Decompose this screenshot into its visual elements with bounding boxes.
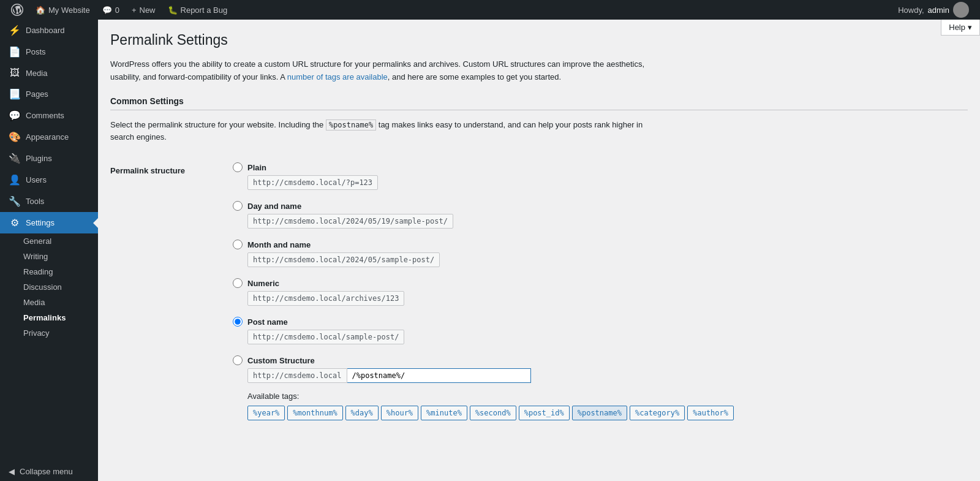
common-settings-desc: Select the permalink structure for your … [110,119,662,145]
numeric-radio[interactable] [233,278,243,288]
pages-icon: 📃 [9,88,21,100]
numeric-option: Numeric http://cmsdemo.local/archives/12… [233,278,968,306]
comments-button[interactable]: 💬 0 [96,0,126,20]
available-tags-label: Available tags: [247,392,968,401]
collapse-menu-button[interactable]: ◀ Collapse menu [0,462,98,481]
user-info[interactable]: Howdy, admin [898,2,969,18]
tag-author[interactable]: %author% [687,406,734,420]
available-tags-section: Available tags: %year% %monthnum% %day% … [247,392,968,420]
settings-submenu: General Writing Reading Discussion Media… [0,233,98,341]
help-label: Help [949,23,965,32]
bug-icon: 🐛 [168,6,178,15]
sidebar-item-tools[interactable]: 🔧 Tools [0,191,98,212]
tag-category[interactable]: %category% [630,406,685,420]
month-name-option: Month and name http://cmsdemo.local/2024… [233,240,968,267]
month-name-label[interactable]: Month and name [233,240,968,249]
custom-label[interactable]: Custom Structure [233,355,968,365]
main-content: Help ▾ Permalink Settings WordPress offe… [98,20,980,481]
submenu-item-general[interactable]: General [0,233,98,249]
new-label: New [140,6,156,15]
common-settings-title: Common Settings [110,96,968,110]
report-bug-button[interactable]: 🐛 Report a Bug [162,0,234,20]
users-icon: 👤 [9,174,21,186]
plain-option: Plain http://cmsdemo.local/?p=123 [233,162,968,190]
media-icon: 🖼 [9,67,21,78]
tag-postname[interactable]: %postname% [572,406,627,420]
tag-minute[interactable]: %minute% [421,406,467,420]
collapse-icon: ◀ [9,467,15,476]
day-name-text: Day and name [247,202,301,211]
sidebar-item-plugins[interactable]: 🔌 Plugins [0,148,98,169]
month-name-text: Month and name [247,240,311,249]
sidebar-item-pages[interactable]: 📃 Pages [0,83,98,105]
month-name-radio[interactable] [233,240,243,249]
custom-structure-input[interactable] [347,368,531,383]
sidebar-item-label: Posts [26,47,46,56]
admin-bar: 🏠 My Website 💬 0 + New 🐛 Report a Bug Ho… [0,0,980,20]
comment-count: 0 [115,6,119,15]
post-name-label[interactable]: Post name [233,317,968,327]
sidebar-item-label: Appearance [26,132,69,142]
sidebar-item-label: Pages [26,89,48,99]
submenu-item-media[interactable]: Media [0,295,98,310]
settings-icon: ⚙ [9,217,21,229]
desc-text-1: Select the permalink structure for your … [110,120,326,129]
custom-option: Custom Structure http://cmsdemo.local Av… [233,355,968,420]
submenu-item-writing[interactable]: Writing [0,249,98,264]
plus-icon: + [132,6,137,15]
sidebar-item-posts[interactable]: 📄 Posts [0,41,98,62]
tag-year[interactable]: %year% [247,406,285,420]
sidebar-item-media[interactable]: 🖼 Media [0,62,98,83]
sidebar-item-comments[interactable]: 💬 Comments [0,105,98,126]
submenu-item-permalinks[interactable]: Permalinks [0,310,98,325]
sidebar-item-label: Media [26,69,47,78]
posts-icon: 📄 [9,46,21,58]
wp-logo-button[interactable] [5,0,29,20]
custom-text: Custom Structure [247,356,315,365]
day-name-label[interactable]: Day and name [233,201,968,211]
submenu-item-reading[interactable]: Reading [0,264,98,279]
my-website-label: My Website [48,6,90,15]
month-name-url: http://cmsdemo.local/2024/05/sample-post… [247,252,440,267]
day-name-option: Day and name http://cmsdemo.local/2024/0… [233,201,968,229]
submenu-item-privacy[interactable]: Privacy [0,325,98,341]
tag-second[interactable]: %second% [470,406,516,420]
tag-hour[interactable]: %hour% [381,406,418,420]
post-name-option: Post name http://cmsdemo.local/sample-po… [233,317,968,344]
active-arrow [93,218,98,228]
sidebar-item-users[interactable]: 👤 Users [0,169,98,191]
sidebar-item-label: Dashboard [26,26,65,35]
new-content-button[interactable]: + New [126,0,162,20]
plain-radio[interactable] [233,162,243,172]
sidebar-item-dashboard[interactable]: ⚡ Dashboard [0,20,98,41]
avatar [953,2,969,18]
my-website-button[interactable]: 🏠 My Website [29,0,96,20]
tools-icon: 🔧 [9,195,21,207]
plain-label[interactable]: Plain [233,162,968,172]
sidebar-item-label: Comments [26,111,64,120]
sidebar: ⚡ Dashboard 📄 Posts 🖼 Media 📃 Pages 💬 Co… [0,20,98,481]
tag-post-id[interactable]: %post_id% [519,406,570,420]
custom-radio[interactable] [233,355,243,365]
day-name-url: http://cmsdemo.local/2024/05/19/sample-p… [247,214,453,229]
appearance-icon: 🎨 [9,131,21,143]
tags-available-link[interactable]: number of tags are available [287,72,388,81]
numeric-url: http://cmsdemo.local/archives/123 [247,291,404,306]
post-name-radio[interactable] [233,317,243,327]
tag-monthnum[interactable]: %monthnum% [287,406,342,420]
tag-day[interactable]: %day% [345,406,379,420]
tags-list: %year% %monthnum% %day% %hour% %minute% … [247,406,968,420]
numeric-label[interactable]: Numeric [233,278,968,288]
dashboard-icon: ⚡ [9,25,21,36]
sidebar-item-label: Plugins [26,154,52,163]
help-button[interactable]: Help ▾ [941,20,980,36]
report-bug-label: Report a Bug [181,6,228,15]
custom-structure-row: http://cmsdemo.local [247,368,968,383]
plain-text: Plain [247,163,266,172]
sidebar-item-settings[interactable]: ⚙ Settings [0,212,98,233]
home-icon: 🏠 [36,6,45,15]
plain-url: http://cmsdemo.local/?p=123 [247,175,378,190]
day-name-radio[interactable] [233,201,243,211]
sidebar-item-appearance[interactable]: 🎨 Appearance [0,126,98,148]
submenu-item-discussion[interactable]: Discussion [0,279,98,295]
